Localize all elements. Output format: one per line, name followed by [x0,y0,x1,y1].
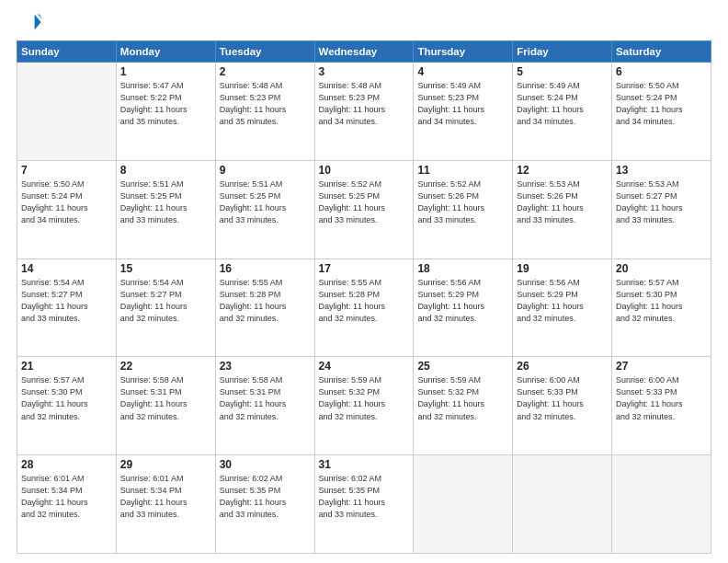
calendar-table: SundayMondayTuesdayWednesdayThursdayFrid… [17,40,711,554]
calendar-cell: 26Sunrise: 6:00 AM Sunset: 5:33 PM Dayli… [513,357,612,455]
calendar-cell: 28Sunrise: 6:01 AM Sunset: 5:34 PM Dayli… [17,455,117,554]
day-number: 5 [517,65,608,78]
calendar-cell: 3Sunrise: 5:48 AM Sunset: 5:23 PM Daylig… [314,63,414,161]
day-number: 19 [517,262,608,275]
header [17,9,711,35]
calendar-header-monday: Monday [116,41,215,63]
day-info: Sunrise: 5:56 AM Sunset: 5:29 PM Dayligh… [417,277,508,325]
day-number: 26 [517,360,608,373]
day-info: Sunrise: 5:48 AM Sunset: 5:23 PM Dayligh… [319,80,410,128]
calendar-cell: 17Sunrise: 5:55 AM Sunset: 5:28 PM Dayli… [314,259,414,357]
calendar-cell: 31Sunrise: 6:02 AM Sunset: 5:35 PM Dayli… [314,455,414,554]
day-number: 21 [21,360,112,373]
calendar-cell: 22Sunrise: 5:58 AM Sunset: 5:31 PM Dayli… [116,357,215,455]
calendar-cell: 1Sunrise: 5:47 AM Sunset: 5:22 PM Daylig… [116,63,215,161]
calendar-header-wednesday: Wednesday [314,41,414,63]
day-number: 7 [21,164,112,177]
day-info: Sunrise: 5:54 AM Sunset: 5:27 PM Dayligh… [21,277,112,325]
day-info: Sunrise: 5:58 AM Sunset: 5:31 PM Dayligh… [220,374,311,422]
calendar-cell: 19Sunrise: 5:56 AM Sunset: 5:29 PM Dayli… [513,259,612,357]
calendar-cell: 11Sunrise: 5:52 AM Sunset: 5:26 PM Dayli… [414,160,513,259]
day-info: Sunrise: 5:49 AM Sunset: 5:23 PM Dayligh… [417,80,508,128]
day-info: Sunrise: 6:01 AM Sunset: 5:34 PM Dayligh… [21,473,112,521]
day-number: 1 [120,65,211,78]
calendar-header-tuesday: Tuesday [215,41,314,63]
day-info: Sunrise: 5:54 AM Sunset: 5:27 PM Dayligh… [120,277,211,325]
day-info: Sunrise: 6:00 AM Sunset: 5:33 PM Dayligh… [616,374,707,422]
day-number: 27 [616,360,707,373]
day-info: Sunrise: 5:50 AM Sunset: 5:24 PM Dayligh… [616,80,707,128]
day-number: 10 [319,164,410,177]
day-info: Sunrise: 5:53 AM Sunset: 5:27 PM Dayligh… [616,178,707,226]
day-number: 18 [417,262,508,275]
calendar-cell: 2Sunrise: 5:48 AM Sunset: 5:23 PM Daylig… [215,63,314,161]
week-row-5: 28Sunrise: 6:01 AM Sunset: 5:34 PM Dayli… [17,455,711,554]
calendar-cell [513,455,612,554]
calendar-cell: 13Sunrise: 5:53 AM Sunset: 5:27 PM Dayli… [612,160,711,259]
day-number: 4 [417,65,508,78]
calendar-cell: 14Sunrise: 5:54 AM Sunset: 5:27 PM Dayli… [17,259,117,357]
calendar-cell: 6Sunrise: 5:50 AM Sunset: 5:24 PM Daylig… [612,63,711,161]
logo-icon [17,9,42,35]
calendar-cell: 21Sunrise: 5:57 AM Sunset: 5:30 PM Dayli… [17,357,117,455]
day-info: Sunrise: 6:02 AM Sunset: 5:35 PM Dayligh… [220,473,311,521]
day-info: Sunrise: 5:53 AM Sunset: 5:26 PM Dayligh… [517,178,608,226]
calendar-header-row: SundayMondayTuesdayWednesdayThursdayFrid… [17,41,711,63]
day-info: Sunrise: 6:01 AM Sunset: 5:34 PM Dayligh… [120,473,211,521]
calendar-cell [612,455,711,554]
calendar-cell: 18Sunrise: 5:56 AM Sunset: 5:29 PM Dayli… [414,259,513,357]
day-info: Sunrise: 5:55 AM Sunset: 5:28 PM Dayligh… [319,277,410,325]
day-number: 16 [220,262,311,275]
day-info: Sunrise: 5:50 AM Sunset: 5:24 PM Dayligh… [21,178,112,226]
day-number: 14 [21,262,112,275]
week-row-1: 1Sunrise: 5:47 AM Sunset: 5:22 PM Daylig… [17,63,711,161]
day-number: 24 [319,360,410,373]
day-info: Sunrise: 5:52 AM Sunset: 5:25 PM Dayligh… [319,178,410,226]
day-number: 23 [220,360,311,373]
calendar-cell: 5Sunrise: 5:49 AM Sunset: 5:24 PM Daylig… [513,63,612,161]
calendar-cell: 25Sunrise: 5:59 AM Sunset: 5:32 PM Dayli… [414,357,513,455]
calendar-cell: 23Sunrise: 5:58 AM Sunset: 5:31 PM Dayli… [215,357,314,455]
calendar-header-friday: Friday [513,41,612,63]
calendar-cell: 24Sunrise: 5:59 AM Sunset: 5:32 PM Dayli… [314,357,414,455]
day-info: Sunrise: 5:52 AM Sunset: 5:26 PM Dayligh… [417,178,508,226]
day-number: 3 [319,65,410,78]
calendar-cell: 4Sunrise: 5:49 AM Sunset: 5:23 PM Daylig… [414,63,513,161]
calendar-cell: 29Sunrise: 6:01 AM Sunset: 5:34 PM Dayli… [116,455,215,554]
day-info: Sunrise: 5:59 AM Sunset: 5:32 PM Dayligh… [417,374,508,422]
logo [17,9,46,35]
day-number: 28 [21,458,112,471]
week-row-4: 21Sunrise: 5:57 AM Sunset: 5:30 PM Dayli… [17,357,711,455]
calendar-cell: 16Sunrise: 5:55 AM Sunset: 5:28 PM Dayli… [215,259,314,357]
calendar-cell: 30Sunrise: 6:02 AM Sunset: 5:35 PM Dayli… [215,455,314,554]
day-number: 20 [616,262,707,275]
day-info: Sunrise: 5:58 AM Sunset: 5:31 PM Dayligh… [120,374,211,422]
day-info: Sunrise: 5:51 AM Sunset: 5:25 PM Dayligh… [120,178,211,226]
day-number: 11 [417,164,508,177]
day-info: Sunrise: 5:56 AM Sunset: 5:29 PM Dayligh… [517,277,608,325]
day-info: Sunrise: 5:51 AM Sunset: 5:25 PM Dayligh… [220,178,311,226]
day-number: 15 [120,262,211,275]
calendar-cell: 10Sunrise: 5:52 AM Sunset: 5:25 PM Dayli… [314,160,414,259]
week-row-2: 7Sunrise: 5:50 AM Sunset: 5:24 PM Daylig… [17,160,711,259]
calendar-cell [414,455,513,554]
calendar-cell [17,63,117,161]
page: SundayMondayTuesdayWednesdayThursdayFrid… [0,0,728,563]
day-info: Sunrise: 5:57 AM Sunset: 5:30 PM Dayligh… [21,374,112,422]
day-number: 31 [319,458,410,471]
day-info: Sunrise: 6:02 AM Sunset: 5:35 PM Dayligh… [319,473,410,521]
day-number: 25 [417,360,508,373]
day-number: 17 [319,262,410,275]
day-number: 6 [616,65,707,78]
day-number: 9 [220,164,311,177]
day-info: Sunrise: 5:55 AM Sunset: 5:28 PM Dayligh… [220,277,311,325]
day-info: Sunrise: 5:57 AM Sunset: 5:30 PM Dayligh… [616,277,707,325]
day-info: Sunrise: 6:00 AM Sunset: 5:33 PM Dayligh… [517,374,608,422]
day-number: 13 [616,164,707,177]
day-info: Sunrise: 5:59 AM Sunset: 5:32 PM Dayligh… [319,374,410,422]
day-number: 29 [120,458,211,471]
calendar-cell: 12Sunrise: 5:53 AM Sunset: 5:26 PM Dayli… [513,160,612,259]
week-row-3: 14Sunrise: 5:54 AM Sunset: 5:27 PM Dayli… [17,259,711,357]
day-number: 8 [120,164,211,177]
calendar-cell: 27Sunrise: 6:00 AM Sunset: 5:33 PM Dayli… [612,357,711,455]
